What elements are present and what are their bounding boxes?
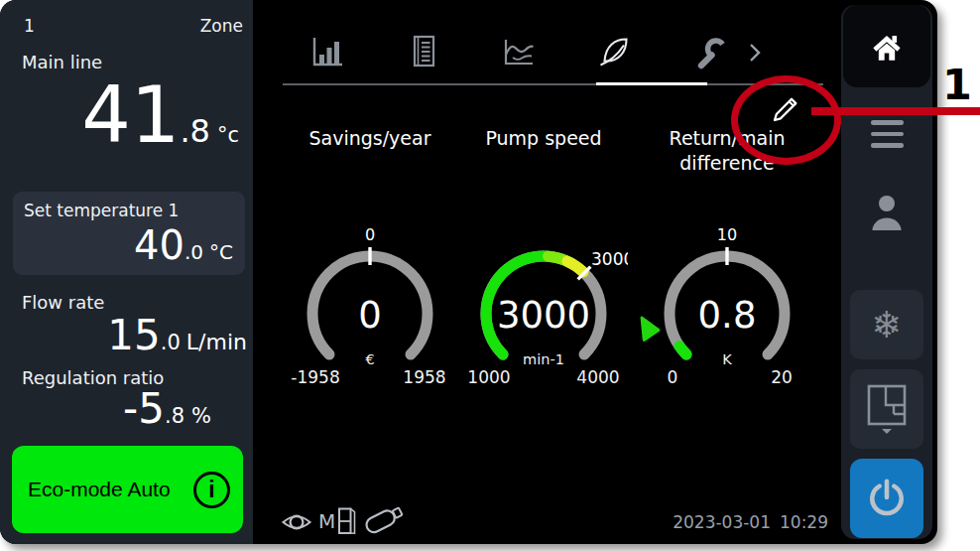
tab-leaf-eco[interactable] (596, 34, 632, 69)
flow-rate-unit: L/min (186, 330, 247, 354)
svg-text:0.8: 0.8 (698, 294, 757, 337)
gauge-return-main-difference: 100.8K020 (643, 213, 811, 390)
svg-text:10: 10 (717, 225, 737, 244)
svg-text:0: 0 (365, 225, 375, 244)
usb-stick-icon (359, 500, 409, 538)
mode-indicator-label: M (318, 509, 335, 533)
svg-text:1000: 1000 (467, 367, 510, 387)
svg-text:0: 0 (358, 294, 382, 337)
main-line-value: 41 .8 °c (81, 73, 239, 159)
status-time: 10:29 (780, 512, 828, 532)
power-icon (866, 478, 908, 519)
chevron-right-icon[interactable] (748, 42, 762, 64)
regulation-ratio-unit: % (191, 404, 211, 428)
svg-text:1958: 1958 (403, 367, 445, 387)
home-icon (870, 32, 904, 62)
main-line-label: Main line (22, 52, 102, 72)
user-icon (870, 193, 904, 232)
zone-summary-panel: 1 Zone Main line 41 .8 °c Set temperatur… (0, 0, 253, 544)
info-icon[interactable]: i (193, 472, 230, 508)
active-tab-underline (596, 82, 707, 85)
floorplan-zones-icon (865, 383, 909, 435)
home-button[interactable] (843, 5, 930, 87)
svg-text:€: € (365, 351, 374, 367)
svg-text:3000: 3000 (591, 249, 628, 269)
snowflake-icon: ❄ (871, 304, 902, 346)
svg-text:min-1: min-1 (523, 351, 564, 367)
svg-text:0: 0 (668, 367, 678, 387)
set-temperature-value: 40 .0 °C (134, 224, 233, 266)
defrost-button[interactable]: ❄ (850, 290, 923, 359)
flow-rate-value: 15 .0 L/min (107, 314, 247, 357)
datetime-status: 2023-03-0110:29 (645, 512, 828, 532)
tab-wrench-settings[interactable] (691, 34, 727, 69)
callout-number: 1 (942, 60, 972, 109)
gauge-pump-speed: 30003000min-110004000 (459, 213, 628, 390)
navigation-sidebar: ❄ (841, 5, 932, 539)
status-date: 2023-03-01 (673, 512, 771, 532)
callout-circle (731, 75, 841, 165)
gauge-title-pump-speed: Pump speed (459, 126, 628, 151)
eco-mode-label: Eco-mode Auto (28, 478, 171, 501)
tab-trend-chart[interactable] (500, 34, 536, 69)
gauge-title-savings: Savings/year (286, 126, 454, 151)
main-line-unit: °c (217, 123, 239, 147)
flow-rate-label: Flow rate (22, 292, 104, 313)
zone-number: 1 (24, 16, 35, 36)
tab-divider (283, 83, 823, 85)
screenshot-root: { "annotation": { "label": "1" }, "left_… (0, 0, 980, 551)
set-temperature-label: Set temperature 1 (24, 201, 179, 220)
svg-text:3000: 3000 (497, 294, 590, 337)
user-button[interactable] (841, 182, 932, 243)
svg-text:K: K (722, 351, 732, 367)
tab-report[interactable] (406, 34, 441, 69)
set-temperature-unit: °C (209, 240, 233, 264)
gauge-savings-year: 00€-19581958 (286, 213, 454, 390)
hamburger-menu-icon (871, 120, 904, 125)
module-icon (336, 504, 360, 538)
menu-button[interactable] (841, 108, 932, 160)
svg-text:20: 20 (771, 367, 793, 387)
power-button[interactable] (850, 459, 923, 538)
eye-monitor-icon (281, 508, 320, 536)
zone-label: Zone (200, 16, 243, 36)
svg-text:-1958: -1958 (291, 367, 339, 387)
set-temperature-control[interactable]: Set temperature 1 40 .0 °C (13, 192, 245, 275)
zones-button[interactable] (850, 369, 923, 449)
regulation-ratio-value: -5 .8 % (123, 387, 211, 431)
eco-mode-button[interactable]: Eco-mode Auto i (12, 446, 243, 533)
tab-bar-chart[interactable] (309, 34, 345, 69)
green-pointer-icon (637, 314, 663, 344)
svg-text:4000: 4000 (576, 367, 619, 387)
